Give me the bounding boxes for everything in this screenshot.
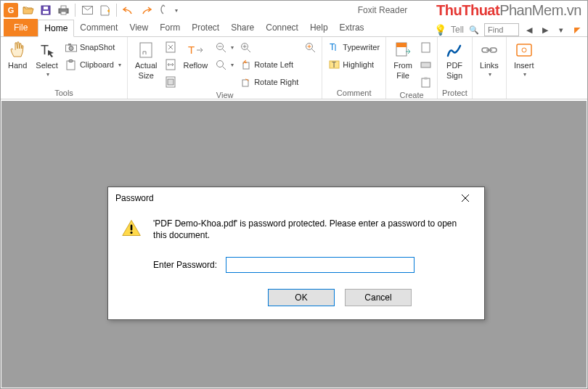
blank-pdf-button[interactable]: [418, 39, 433, 55]
scanner-icon: [420, 59, 431, 70]
dialog-close-button[interactable]: [454, 190, 477, 206]
find-next-icon[interactable]: ▶: [539, 24, 551, 36]
new-doc-icon[interactable]: [97, 3, 112, 17]
dialog-title: Password: [115, 193, 454, 203]
password-dialog: Password 'PDF Demo-Khoa.pdf' is password…: [107, 187, 485, 320]
svg-rect-29: [242, 80, 248, 86]
svg-rect-50: [131, 225, 133, 231]
from-scanner-button[interactable]: [418, 57, 433, 73]
group-links-label: [477, 88, 502, 97]
print-icon[interactable]: [56, 3, 70, 17]
find-prev-icon[interactable]: ◀: [523, 24, 535, 36]
find-options-icon[interactable]: ▾: [555, 24, 567, 36]
tab-view[interactable]: View: [123, 19, 154, 36]
file-tab[interactable]: File: [4, 19, 38, 36]
redo-icon[interactable]: [139, 3, 153, 17]
rotate-right-button[interactable]: Rotate Right: [238, 74, 300, 90]
zoom-out-icon: [215, 41, 226, 53]
email-icon[interactable]: [80, 3, 94, 17]
blank-icon: [420, 41, 431, 53]
pdf-sign-icon: [445, 41, 464, 60]
marquee-icon: [304, 41, 316, 53]
hand-icon: [8, 41, 27, 60]
tab-protect[interactable]: Protect: [186, 19, 225, 36]
zoom-icon: [215, 59, 226, 70]
reflow-button[interactable]: T Reflow: [181, 39, 211, 71]
tab-form[interactable]: Form: [154, 19, 186, 36]
zoom-in-button[interactable]: [238, 39, 300, 55]
hand-button[interactable]: Hand: [5, 39, 30, 71]
fit-visible-button[interactable]: [163, 74, 178, 90]
select-button[interactable]: T Select ▾: [33, 39, 61, 79]
rotate-left-icon: [240, 59, 251, 70]
highlight-button[interactable]: T Highlight: [327, 57, 381, 73]
save-icon[interactable]: [38, 3, 53, 17]
snapshot-label: SnapShot: [80, 43, 115, 52]
group-links: Links ▾: [473, 37, 507, 99]
undo-icon[interactable]: [121, 3, 136, 17]
search-icon[interactable]: 🔍: [468, 24, 480, 36]
scroll-mode-icon[interactable]: [156, 3, 171, 17]
insert-button[interactable]: Insert ▾: [511, 39, 537, 79]
tab-connect[interactable]: Connect: [260, 19, 304, 36]
tab-extras[interactable]: Extras: [334, 19, 370, 36]
watermark: ThuThuatPhanMem.vn: [436, 2, 581, 19]
qat-dropdown-icon[interactable]: ▾: [175, 7, 178, 14]
cancel-button[interactable]: Cancel: [345, 289, 412, 306]
snapshot-button[interactable]: SnapShot: [64, 39, 123, 55]
svg-point-47: [522, 48, 526, 52]
fit-width-button[interactable]: [163, 57, 178, 73]
tab-comment[interactable]: Comment: [74, 19, 123, 36]
group-create: From File Create: [386, 37, 438, 99]
typewriter-icon: T: [328, 41, 340, 53]
svg-text:T: T: [332, 61, 336, 69]
svg-point-51: [130, 232, 132, 234]
password-input[interactable]: [226, 257, 415, 273]
find-input[interactable]: [484, 23, 519, 36]
svg-line-20: [222, 49, 226, 52]
link-icon: [480, 41, 499, 60]
pdf-sign-button[interactable]: PDF Sign: [442, 39, 467, 81]
bulb-icon[interactable]: 💡: [434, 24, 446, 36]
group-protect-label: Protect: [442, 88, 467, 97]
zoom-level-button[interactable]: ▾: [213, 57, 235, 73]
clipboard2-icon: [420, 76, 431, 88]
links-button[interactable]: Links ▾: [477, 39, 502, 79]
svg-text:T: T: [188, 44, 195, 56]
select-label: Select: [36, 61, 58, 70]
from-file-icon: [393, 41, 412, 60]
zoom-out-button[interactable]: ▾: [213, 39, 235, 55]
tell-me[interactable]: Tell: [451, 25, 464, 35]
group-create-label: Create: [391, 90, 433, 99]
svg-text:T: T: [41, 43, 49, 57]
svg-line-31: [311, 49, 315, 52]
from-file-button[interactable]: From File: [391, 39, 415, 81]
group-insert: Insert ▾: [507, 37, 542, 99]
ribbon-tabbar: File Home Comment View Form Protect Shar…: [1, 20, 587, 37]
tab-home[interactable]: Home: [38, 20, 74, 37]
typewriter-button[interactable]: T Typewriter: [327, 39, 381, 55]
collapse-ribbon-icon[interactable]: ◤: [571, 24, 583, 36]
clipboard-button[interactable]: Clipboard ▾: [64, 57, 123, 73]
tab-help[interactable]: Help: [304, 19, 334, 36]
app-logo: G: [4, 3, 18, 17]
ok-button[interactable]: OK: [268, 289, 335, 306]
svg-rect-42: [424, 77, 428, 79]
svg-rect-13: [140, 43, 152, 57]
password-label: Enter Password:: [153, 260, 217, 270]
svg-rect-40: [421, 62, 430, 67]
marquee-zoom-button[interactable]: [303, 39, 317, 55]
group-protect: PDF Sign Protect: [438, 37, 473, 99]
open-file-icon[interactable]: [21, 3, 36, 17]
group-tools: Hand T Select ▾ SnapShot: [1, 37, 128, 99]
tab-share[interactable]: Share: [225, 19, 260, 36]
fit-page-button[interactable]: [163, 39, 178, 55]
clipboard-icon: [65, 59, 77, 70]
insert-icon: [515, 41, 534, 60]
fit-page-icon: [165, 41, 176, 53]
from-clipboard-button[interactable]: [418, 74, 433, 90]
svg-rect-39: [422, 43, 430, 52]
rotate-left-button[interactable]: Rotate Left: [238, 57, 300, 73]
actual-size-button[interactable]: Actual Size: [132, 39, 160, 81]
warning-icon: [121, 218, 142, 238]
